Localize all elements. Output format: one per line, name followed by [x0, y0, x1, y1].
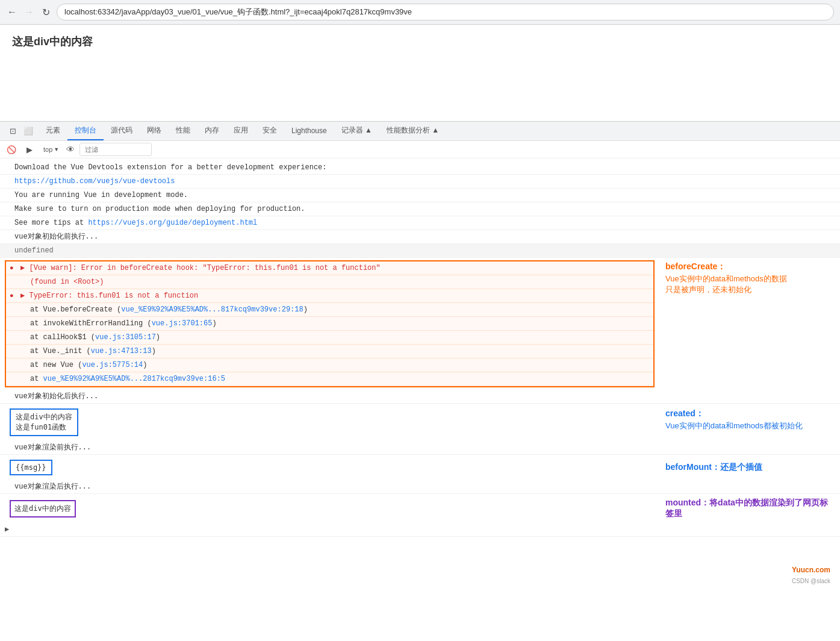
error-toggle-icon: ●: [10, 291, 14, 301]
eye-icon[interactable]: 👁: [66, 145, 75, 154]
top-dropdown[interactable]: top ▼: [41, 145, 61, 154]
nav-back-button[interactable]: ←: [6, 6, 18, 18]
console-line-undefined: undefined: [0, 244, 840, 258]
filter-input[interactable]: [79, 143, 152, 156]
before-mount-wrapper: {{msg}}: [0, 455, 659, 480]
stack-link-2[interactable]: vue.js:3701:65: [152, 319, 213, 328]
annotation-title-created: created：: [665, 408, 834, 419]
yuucn-watermark: Yuucn.com: [0, 563, 840, 577]
tab-sources[interactable]: 源代码: [104, 122, 140, 140]
stack-link-5[interactable]: vue.js:5775:14: [82, 361, 143, 369]
created-line2: 这是fun01函数: [16, 422, 72, 433]
mounted-content: 这是div中的内容: [14, 504, 71, 514]
tab-elements[interactable]: 元素: [39, 122, 67, 140]
before-mount-content: {{msg}}: [16, 463, 46, 472]
top-label: top: [43, 146, 52, 153]
tab-console[interactable]: 控制台: [67, 122, 104, 140]
tab-lighthouse[interactable]: Lighthouse: [284, 123, 334, 140]
expand-icon[interactable]: ▶: [5, 525, 9, 534]
stack-line-4: at Vue._init (vue.js:4713:13): [6, 345, 653, 358]
address-bar[interactable]: [57, 4, 834, 20]
devtools-tabs-bar: ⊡ ⬜ 元素 控制台 源代码 网络 性能 内存 应用 安全 Lighthouse…: [0, 122, 840, 141]
console-line-expand: ▶: [0, 523, 840, 537]
devtools-panel: ⊡ ⬜ 元素 控制台 源代码 网络 性能 内存 应用 安全 Lighthouse…: [0, 121, 840, 586]
annotation-body-before-create: Vue实例中的data和methods的数据 只是被声明，还未初始化: [665, 274, 834, 295]
console-line-found: (found in <Root>): [6, 275, 653, 289]
stack-line-2: at invokeWithErrorHandling (vue.js:3701:…: [6, 317, 653, 331]
console-line-tips: See more tips at https://vuejs.org/guide…: [0, 216, 840, 230]
console-line-typeerror: ● ▶ TypeError: this.fun01 is not a funct…: [6, 289, 653, 303]
console-section-mounted: 这是div中的内容 mounted：将data中的数据渲染到了网页标签里: [0, 494, 840, 523]
annotation-body-created: Vue实例中的data和methods都被初始化: [665, 421, 834, 431]
annotation-mounted: mounted：将data中的数据渲染到了网页标签里: [659, 494, 840, 523]
tab-memory[interactable]: 内存: [198, 122, 226, 140]
stack-link-4[interactable]: vue.js:4713:13: [91, 347, 152, 355]
stack-line-3: at callHook$1 (vue.js:3105:17): [6, 331, 653, 345]
console-text: Download the Vue Devtools extension for …: [14, 163, 326, 172]
tips-link[interactable]: https://vuejs.org/guide/deployment.html: [88, 219, 257, 227]
tab-performance[interactable]: 性能: [169, 122, 198, 140]
stack-link-6[interactable]: vue_%E9%92%A9%E5%AD%...2817kcq9mv39ve:16…: [43, 375, 225, 383]
nav-refresh-button[interactable]: ↻: [40, 6, 52, 18]
page-content: 这是div中的内容: [0, 25, 840, 121]
created-box: 这是div中的内容 这是fun01函数: [10, 408, 78, 436]
error-box: ● ▶ [Vue warn]: Error in beforeCreate ho…: [5, 260, 655, 387]
stack-line-6: at vue_%E9%92%A9%E5%AD%...2817kcq9mv39ve…: [6, 372, 653, 386]
inspect-icon-button[interactable]: ⊡: [6, 125, 19, 138]
annotation-before-create: beforeCreate： Vue实例中的data和methods的数据 只是被…: [659, 258, 840, 390]
annotation-title-mounted: mounted：将data中的数据渲染到了网页标签里: [665, 498, 828, 518]
play-button[interactable]: ▶: [23, 143, 36, 156]
devtools-icons: ⊡ ⬜: [2, 122, 39, 140]
mounted-box-wrapper: 这是div中的内容: [0, 495, 659, 522]
stack-line-1: at Vue.beforeCreate (vue_%E9%92%A9%E5%AD…: [6, 303, 653, 317]
devtools-link[interactable]: https://github.com/vuejs/vue-devtools: [14, 177, 175, 186]
tab-security[interactable]: 安全: [255, 122, 284, 140]
tab-perf-analysis[interactable]: 性能数据分析 ▲: [379, 122, 446, 140]
before-mount-box: {{msg}}: [10, 460, 52, 475]
annotation-title-before-create: beforeCreate：: [665, 261, 834, 272]
error-block-main: ● ▶ [Vue warn]: Error in beforeCreate ho…: [0, 258, 659, 390]
annotation-title-before-mount: beforMount：还是个插值: [665, 462, 762, 472]
console-line-devtools: Download the Vue Devtools extension for …: [0, 161, 840, 175]
console-line-before-render: vue对象渲染前执行...: [0, 441, 840, 455]
console-line-warn: ● ▶ [Vue warn]: Error in beforeCreate ho…: [6, 261, 653, 275]
main-content-text: 这是div中的内容: [12, 36, 93, 48]
mounted-box: 这是div中的内容: [10, 500, 76, 517]
nav-forward-button[interactable]: →: [23, 6, 35, 18]
console-toolbar: 🚫 ▶ top ▼ 👁: [0, 141, 840, 158]
tab-network[interactable]: 网络: [140, 122, 169, 140]
console-line-after-init: vue对象初始化后执行...: [0, 390, 840, 404]
tab-recorder[interactable]: 记录器 ▲: [334, 122, 379, 140]
error-icon: ●: [10, 263, 14, 274]
stack-link-3[interactable]: vue.js:3105:17: [95, 333, 156, 342]
dropdown-arrow-icon: ▼: [54, 146, 59, 152]
created-box-wrapper: 这是div中的内容 这是fun01函数: [0, 404, 659, 441]
clear-console-button[interactable]: 🚫: [5, 143, 18, 156]
stack-line-5: at new Vue (vue.js:5775:14): [6, 358, 653, 372]
stack-link-1[interactable]: vue_%E9%92%A9%E5%AD%...817kcq9mv39ve:29:…: [121, 305, 303, 314]
console-line-after-render: vue对象渲染后执行...: [0, 480, 840, 494]
created-line1: 这是div中的内容: [16, 412, 72, 422]
tab-application[interactable]: 应用: [226, 122, 255, 140]
device-icon-button[interactable]: ⬜: [22, 125, 35, 138]
annotation-before-mount: beforMount：还是个插值: [659, 458, 840, 477]
console-section-error: ● ▶ [Vue warn]: Error in beforeCreate ho…: [0, 258, 840, 390]
browser-toolbar: ← → ↻: [0, 0, 840, 25]
annotation-created: created： Vue实例中的data和methods都被初始化: [659, 404, 840, 435]
console-line-before-init: vue对象初始化前执行...: [0, 230, 840, 244]
console-output: Download the Vue Devtools extension for …: [0, 158, 840, 539]
console-section-before-mount: {{msg}} beforMount：还是个插值: [0, 455, 840, 480]
csdn-watermark: CSDN @slack: [0, 577, 840, 586]
console-line-devtools-link: https://github.com/vuejs/vue-devtools: [0, 175, 840, 189]
console-line-dev-mode: You are running Vue in development mode.: [0, 189, 840, 202]
console-section-created: 这是div中的内容 这是fun01函数 created： Vue实例中的data…: [0, 404, 840, 441]
console-line-production: Make sure to turn on production mode whe…: [0, 202, 840, 216]
